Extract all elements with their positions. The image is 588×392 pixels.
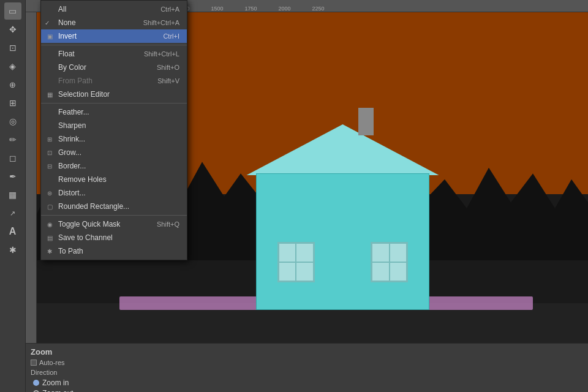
menu-label-grow: Grow... (58, 148, 81, 157)
menu-item-toggle-quick-mask[interactable]: ◉Toggle Quick MaskShift+Q (41, 217, 187, 231)
menu-label-all: All (58, 5, 66, 13)
auto-res-row: Auto-res (31, 359, 583, 366)
menu-icon-distort: ⊛ (45, 190, 55, 197)
menu-label-to-path: To Path (58, 247, 83, 255)
menu-item-invert[interactable]: ▣InvertCtrl+I (41, 29, 187, 43)
menu-item-by-color[interactable]: By ColorShift+O (41, 61, 187, 74)
menu-shortcut-none: Shift+Ctrl+A (143, 19, 179, 26)
menu-item-save-to-channel[interactable]: ▤Save to Channel (41, 231, 187, 244)
menu-icon-toggle-quick-mask: ◉ (45, 221, 55, 228)
tool-rectangle-select[interactable]: ▭ (4, 2, 21, 20)
zoom-in-label: Zoom in (42, 379, 69, 387)
menu-icon-save-to-channel: ▤ (45, 235, 55, 241)
direction-row: Direction (31, 369, 583, 376)
house (246, 128, 439, 310)
menu-item-grow[interactable]: ⊡Grow... (41, 146, 187, 159)
menu-label-rounded-rectangle: Rounded Rectangle... (58, 202, 129, 211)
house-roof (246, 124, 439, 175)
menu-label-border: Border... (58, 162, 86, 170)
direction-label: Direction (31, 369, 57, 376)
menu-label-invert: Invert (58, 32, 77, 40)
zoom-in-option[interactable]: Zoom in (33, 379, 583, 387)
zoom-out-label: Zoom out (42, 389, 74, 392)
menu-item-selection-editor[interactable]: ▦Selection Editor (41, 88, 187, 101)
menu-shortcut-all: Ctrl+A (160, 6, 179, 13)
menu-label-none: None (58, 18, 76, 27)
house-window-right (371, 242, 409, 282)
menu-icon-invert: ▣ (45, 33, 55, 40)
menu-item-rounded-rectangle[interactable]: ▢Rounded Rectangle... (41, 200, 187, 213)
tool-zoom[interactable]: ⊕ (4, 76, 21, 93)
zoom-options: Zoom in Zoom out (31, 379, 583, 392)
menu-item-shrink[interactable]: ⊞Shrink... (41, 132, 187, 146)
menu-separator (41, 45, 187, 45)
status-bar: Zoom Auto-res Direction Zoom in Zoom out (26, 343, 588, 392)
tool-crop[interactable]: ⊡ (4, 39, 21, 56)
menu-item-border[interactable]: ⊟Border... (41, 159, 187, 173)
tool-fill[interactable]: ▦ (4, 186, 21, 203)
menu-icon-grow: ⊡ (45, 149, 55, 156)
tool-smudge[interactable]: ↗ (4, 205, 21, 222)
ruler-mark: 1750 (234, 6, 268, 12)
menu-label-save-to-channel: Save to Channel (58, 233, 113, 242)
auto-res-label: Auto-res (39, 359, 65, 366)
house-window-left (277, 242, 315, 282)
menu-shortcut-invert: Ctrl+I (163, 32, 179, 40)
tool-path[interactable]: ✱ (4, 241, 21, 258)
menu-icon-shrink: ⊞ (45, 136, 55, 143)
menu-label-sharpen: Sharpen (58, 121, 86, 130)
menu-label-from-path: From Path (58, 77, 92, 85)
menu-separator (41, 103, 187, 104)
menu-item-remove-holes[interactable]: Remove Holes (41, 173, 187, 186)
menu-item-all[interactable]: AllCtrl+A (41, 2, 187, 16)
auto-res-checkbox[interactable] (31, 360, 37, 366)
menu-item-none[interactable]: ✓NoneShift+Ctrl+A (41, 16, 187, 29)
window-bar-horizontal (372, 262, 407, 263)
toolbar-left: ▭ ✥ ⊡ ◈ ⊕ ⊞ ◎ ✏ ◻ ✒ ▦ ↗ A ✱ (0, 0, 26, 392)
menu-icon-selection-editor: ▦ (45, 91, 55, 98)
menu-label-feather: Feather... (58, 108, 89, 116)
zoom-label: Zoom (31, 347, 583, 356)
zoom-out-option[interactable]: Zoom out (33, 389, 583, 392)
zoom-in-radio[interactable] (33, 380, 39, 386)
menu-item-distort[interactable]: ⊛Distort... (41, 186, 187, 200)
menu-label-selection-editor: Selection Editor (58, 90, 110, 99)
menu-shortcut-toggle-quick-mask: Shift+Q (157, 221, 179, 228)
tool-pencil[interactable]: ✒ (4, 168, 21, 185)
menu-label-by-color: By Color (58, 63, 86, 72)
menu-shortcut-by-color: Shift+O (157, 64, 179, 71)
menu-label-shrink: Shrink... (58, 135, 85, 143)
menu-item-feather[interactable]: Feather... (41, 105, 187, 119)
select-menu: AllCtrl+A✓NoneShift+Ctrl+A▣InvertCtrl+IF… (40, 0, 187, 260)
menu-item-to-path[interactable]: ✱To Path (41, 244, 187, 258)
tool-brush[interactable]: ✏ (4, 131, 21, 148)
window-bar-horizontal (279, 262, 314, 263)
menu-label-distort: Distort... (58, 189, 86, 197)
menu-shortcut-from-path: Shift+V (157, 77, 179, 85)
menu-item-from-path: From PathShift+V (41, 74, 187, 88)
tool-heal2[interactable]: ◎ (4, 113, 21, 130)
tool-clone[interactable]: ⊞ (4, 94, 21, 111)
house-chimney (358, 108, 374, 135)
menu-item-float[interactable]: FloatShift+Ctrl+L (41, 47, 187, 61)
menu-icon-rounded-rectangle: ▢ (45, 203, 55, 210)
tool-eraser[interactable]: ◻ (4, 149, 21, 167)
menu-item-sharpen[interactable]: Sharpen (41, 119, 187, 132)
menu-separator (41, 215, 187, 216)
ruler-mark: 2250 (301, 6, 335, 12)
menu-icon-border: ⊟ (45, 163, 55, 170)
tool-heal[interactable]: ◈ (4, 58, 21, 75)
menu-icon-to-path: ✱ (45, 248, 55, 255)
house-body (256, 173, 430, 310)
tool-move[interactable]: ✥ (4, 21, 21, 38)
menu-label-float: Float (58, 50, 75, 58)
ruler-mark: 2000 (268, 6, 301, 12)
menu-label-remove-holes: Remove Holes (58, 175, 107, 184)
ruler-left (26, 12, 37, 343)
tool-text[interactable]: A (4, 223, 21, 240)
menu-check-none: ✓ (45, 20, 50, 26)
menu-label-toggle-quick-mask: Toggle Quick Mask (58, 220, 120, 228)
ruler-mark: 1500 (200, 6, 234, 12)
menu-shortcut-float: Shift+Ctrl+L (144, 50, 179, 58)
